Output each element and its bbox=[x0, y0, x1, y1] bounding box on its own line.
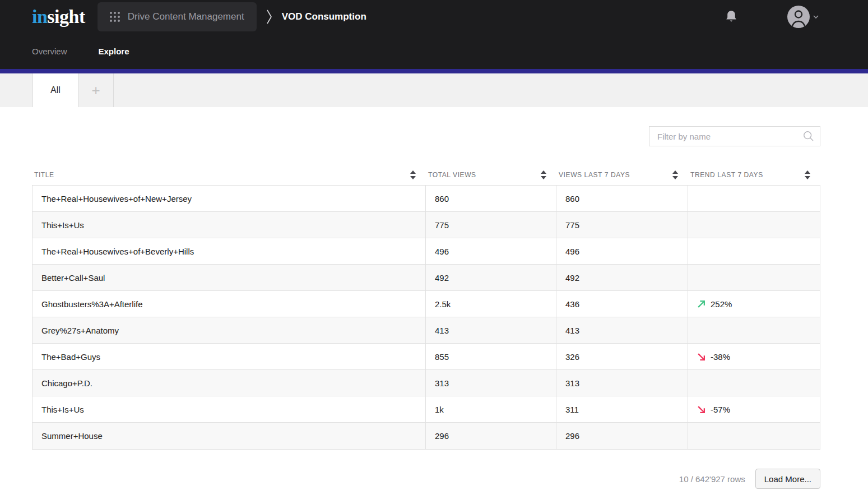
table-row[interactable]: Grey%27s+Anatomy 413 413 bbox=[33, 317, 820, 344]
sort-icon[interactable] bbox=[671, 170, 679, 180]
cell-views-last-7-days: 436 bbox=[556, 291, 688, 317]
row-count: 10 / 642'927 rows bbox=[679, 474, 745, 484]
notifications-button[interactable] bbox=[725, 10, 738, 24]
cell-total-views: 860 bbox=[426, 186, 556, 211]
cell-views-last-7-days: 326 bbox=[556, 344, 688, 369]
cell-title: Summer+House bbox=[33, 423, 426, 449]
cell-trend: 252% bbox=[688, 291, 820, 317]
logo: insight bbox=[32, 7, 85, 26]
grid-icon bbox=[110, 12, 120, 22]
cell-views-last-7-days: 311 bbox=[556, 396, 688, 422]
table-row[interactable]: Chicago+P.D. 313 313 bbox=[33, 370, 820, 396]
cell-trend bbox=[688, 423, 820, 449]
cell-trend bbox=[688, 238, 820, 264]
table-row[interactable]: Summer+House 296 296 bbox=[33, 423, 820, 449]
cell-trend: -57% bbox=[688, 396, 820, 422]
cell-views-last-7-days: 860 bbox=[556, 186, 688, 211]
tab-all[interactable]: All bbox=[33, 73, 78, 107]
cell-views-last-7-days: 413 bbox=[556, 317, 688, 343]
cell-trend bbox=[688, 370, 820, 396]
user-menu-button[interactable] bbox=[787, 6, 819, 28]
search-icon bbox=[803, 131, 814, 144]
column-header-total-views[interactable]: TOTAL VIEWS bbox=[426, 170, 556, 180]
cell-title: Grey%27s+Anatomy bbox=[33, 317, 426, 343]
cell-total-views: 492 bbox=[426, 265, 556, 290]
cell-total-views: 855 bbox=[426, 344, 556, 369]
sort-icon[interactable] bbox=[409, 170, 417, 180]
trend-down-icon bbox=[697, 405, 705, 414]
cell-title: Chicago+P.D. bbox=[33, 370, 426, 396]
sort-icon[interactable] bbox=[540, 170, 547, 180]
table-header: TITLE TOTAL VIEWS VIEWS LAST 7 DAYS TREN… bbox=[32, 164, 820, 185]
column-label: VIEWS LAST 7 DAYS bbox=[559, 171, 630, 179]
filter-input[interactable] bbox=[649, 126, 820, 146]
cell-views-last-7-days: 296 bbox=[556, 423, 688, 449]
table-row[interactable]: This+Is+Us 775 775 bbox=[33, 212, 820, 238]
trend-value: -57% bbox=[711, 405, 730, 414]
add-tab-button[interactable]: + bbox=[78, 73, 114, 107]
app-switcher-label: Drive Content Management bbox=[128, 11, 244, 22]
page-title: VOD Consumption bbox=[282, 11, 366, 22]
table-row[interactable]: The+Real+Housewives+of+Beverly+Hills 496… bbox=[33, 238, 820, 265]
avatar-icon bbox=[787, 6, 810, 28]
trend-value: 252% bbox=[711, 299, 732, 309]
load-more-button[interactable]: Load More... bbox=[755, 469, 820, 489]
nav-item-explore[interactable]: Explore bbox=[99, 47, 129, 56]
cell-trend bbox=[688, 317, 820, 343]
cell-trend bbox=[688, 265, 820, 290]
cell-total-views: 2.5k bbox=[426, 291, 556, 317]
cell-title: The+Real+Housewives+of+New+Jersey bbox=[33, 186, 426, 211]
cell-views-last-7-days: 775 bbox=[556, 212, 688, 238]
column-header-trend-last-7-days[interactable]: TREND LAST 7 DAYS bbox=[688, 170, 820, 180]
nav-item-overview[interactable]: Overview bbox=[32, 47, 67, 56]
column-header-views-last-7-days[interactable]: VIEWS LAST 7 DAYS bbox=[556, 170, 688, 180]
cell-total-views: 775 bbox=[426, 212, 556, 238]
cell-views-last-7-days: 496 bbox=[556, 238, 688, 264]
trend-up-icon bbox=[697, 300, 705, 308]
table-row[interactable]: Better+Call+Saul 492 492 bbox=[33, 265, 820, 291]
main-content: TITLE TOTAL VIEWS VIEWS LAST 7 DAYS TREN… bbox=[0, 126, 868, 489]
cell-views-last-7-days: 313 bbox=[556, 370, 688, 396]
cell-trend bbox=[688, 212, 820, 238]
cell-trend bbox=[688, 186, 820, 211]
trend-down-icon bbox=[697, 353, 705, 361]
table-row[interactable]: The+Real+Housewives+of+New+Jersey 860 86… bbox=[33, 186, 820, 212]
column-label: TREND LAST 7 DAYS bbox=[690, 171, 763, 179]
table-row[interactable]: The+Bad+Guys 855 326 -38% bbox=[33, 344, 820, 370]
app-switcher-button[interactable]: Drive Content Management bbox=[98, 2, 257, 31]
primary-nav: Overview Explore bbox=[0, 34, 868, 69]
column-label: TOTAL VIEWS bbox=[428, 171, 476, 179]
filter-container bbox=[649, 126, 820, 146]
table-footer: 10 / 642'927 rows Load More... bbox=[32, 469, 820, 489]
table-row[interactable]: Ghostbusters%3A+Afterlife 2.5k 436 252% bbox=[33, 291, 820, 317]
top-bar-actions bbox=[725, 6, 868, 28]
accent-bar bbox=[0, 69, 868, 73]
table-body: The+Real+Housewives+of+New+Jersey 860 86… bbox=[32, 185, 820, 450]
column-label: TITLE bbox=[34, 171, 54, 179]
logo-suffix: sight bbox=[47, 6, 85, 27]
cell-views-last-7-days: 492 bbox=[556, 265, 688, 290]
cell-total-views: 413 bbox=[426, 317, 556, 343]
top-bar: insight Drive Content Management VOD Con… bbox=[0, 0, 868, 69]
table-row[interactable]: This+Is+Us 1k 311 -57% bbox=[33, 396, 820, 423]
cell-total-views: 1k bbox=[426, 396, 556, 422]
tab-bar: All + bbox=[0, 73, 868, 107]
breadcrumb-separator-icon bbox=[266, 9, 272, 25]
app-root: insight Drive Content Management VOD Con… bbox=[0, 0, 868, 504]
cell-title: The+Bad+Guys bbox=[33, 344, 426, 369]
cell-total-views: 313 bbox=[426, 370, 556, 396]
chevron-down-icon bbox=[813, 15, 819, 19]
cell-title: The+Real+Housewives+of+Beverly+Hills bbox=[33, 238, 426, 264]
cell-total-views: 296 bbox=[426, 423, 556, 449]
top-bar-row: insight Drive Content Management VOD Con… bbox=[0, 0, 868, 34]
cell-total-views: 496 bbox=[426, 238, 556, 264]
trend-value: -38% bbox=[711, 352, 730, 362]
bell-icon bbox=[725, 10, 738, 24]
cell-title: Better+Call+Saul bbox=[33, 265, 426, 290]
sort-icon[interactable] bbox=[804, 170, 811, 180]
column-header-title[interactable]: TITLE bbox=[32, 170, 426, 180]
cell-trend: -38% bbox=[688, 344, 820, 369]
cell-title: This+Is+Us bbox=[33, 396, 426, 422]
cell-title: Ghostbusters%3A+Afterlife bbox=[33, 291, 426, 317]
cell-title: This+Is+Us bbox=[33, 212, 426, 238]
